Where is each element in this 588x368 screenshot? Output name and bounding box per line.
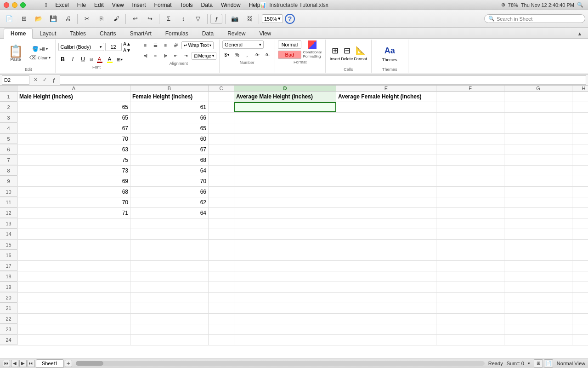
cell-C22[interactable]	[209, 314, 234, 324]
cell-E12[interactable]	[336, 208, 436, 218]
zoom-control[interactable]: 150% ▾	[262, 14, 283, 23]
cell-B17[interactable]	[130, 261, 209, 271]
cell-E10[interactable]	[336, 187, 436, 197]
cell-E24[interactable]	[336, 335, 436, 345]
cell-F19[interactable]	[436, 282, 504, 292]
cell-D20[interactable]	[234, 293, 336, 303]
cell-C11[interactable]	[209, 197, 234, 207]
cell-B6[interactable]: 67	[130, 144, 209, 155]
cell-C7[interactable]	[209, 155, 234, 165]
cell-A5[interactable]: 70	[17, 134, 130, 144]
normal-style-button[interactable]: Normal	[278, 40, 301, 49]
cell-D3[interactable]	[234, 113, 336, 123]
cell-G23[interactable]	[504, 324, 572, 334]
new-button[interactable]: 📄	[3, 12, 16, 25]
menu-file[interactable]: File	[74, 0, 90, 10]
cell-A7[interactable]: 75	[17, 155, 130, 165]
row-number-12[interactable]: 12	[0, 208, 17, 218]
cell-G21[interactable]	[504, 303, 572, 313]
align-top-center-button[interactable]: ☰	[151, 40, 160, 50]
themes-label[interactable]: Themes	[382, 58, 397, 62]
window-controls[interactable]	[4, 2, 26, 8]
ribbon-collapse-button[interactable]: ▲	[575, 29, 584, 38]
cell-G6[interactable]	[504, 144, 572, 155]
cell-A23[interactable]	[17, 324, 130, 334]
cell-A15[interactable]	[17, 240, 130, 250]
col-header-D[interactable]: D	[234, 86, 336, 92]
row-number-21[interactable]: 21	[0, 303, 17, 313]
undo-button[interactable]: ↩	[129, 12, 141, 25]
delete-cells-button[interactable]: Delete	[341, 57, 353, 61]
cell-A20[interactable]	[17, 293, 130, 303]
cell-A9[interactable]: 69	[17, 176, 130, 186]
cell-D4[interactable]	[234, 123, 336, 133]
filter-button[interactable]: ▽	[192, 12, 204, 25]
cell-C13[interactable]	[209, 218, 234, 229]
font-name-dropdown-icon[interactable]: ▾	[100, 45, 102, 49]
cell-E9[interactable]	[336, 176, 436, 186]
menu-tools[interactable]: Tools	[176, 0, 197, 10]
cell-B4[interactable]: 65	[130, 123, 209, 133]
cell-H9[interactable]	[572, 176, 588, 186]
tab-view[interactable]: View	[252, 29, 278, 38]
increase-indent-button[interactable]: ⇥	[181, 51, 191, 60]
menu-format[interactable]: Format	[151, 0, 175, 10]
cell-G2[interactable]	[504, 102, 572, 112]
cell-reference-box[interactable]: D2	[2, 75, 29, 85]
align-right-button[interactable]: ⫸	[161, 51, 170, 60]
row-number-11[interactable]: 11	[0, 197, 17, 207]
cell-G17[interactable]	[504, 261, 572, 271]
cell-D17[interactable]	[234, 261, 336, 271]
number-format-selector[interactable]: General ▾	[222, 40, 264, 49]
cell-A19[interactable]	[17, 282, 130, 292]
cancel-formula-button[interactable]: ✕	[31, 76, 40, 84]
cell-F22[interactable]	[436, 314, 504, 324]
cell-H5[interactable]	[572, 134, 588, 144]
sheet-tab-1[interactable]: Sheet1	[36, 359, 64, 368]
cell-C3[interactable]	[209, 113, 234, 123]
cell-H14[interactable]	[572, 229, 588, 239]
row-number-22[interactable]: 22	[0, 314, 17, 324]
cell-H21[interactable]	[572, 303, 588, 313]
cell-B24[interactable]	[130, 335, 209, 345]
clear-button[interactable]: ⌫ Clear ▾	[28, 54, 52, 62]
cell-A16[interactable]	[17, 250, 130, 260]
decrease-indent-button[interactable]: ⇤	[171, 51, 181, 60]
print-button[interactable]: 🖨	[62, 12, 74, 25]
cell-E1[interactable]: Average Female Height (Inches)	[336, 92, 436, 102]
border-button[interactable]: ⊟	[89, 57, 94, 62]
increase-decimal-button[interactable]: .0↑	[253, 50, 262, 59]
cell-A1[interactable]: Male Height (Inches)	[17, 92, 130, 102]
align-left-button[interactable]: ⫷	[141, 51, 150, 60]
cell-C16[interactable]	[209, 250, 234, 260]
cell-E20[interactable]	[336, 293, 436, 303]
cell-F15[interactable]	[436, 240, 504, 250]
cell-H8[interactable]	[572, 166, 588, 176]
cell-B22[interactable]	[130, 314, 209, 324]
row-number-15[interactable]: 15	[0, 240, 17, 250]
row-number-4[interactable]: 4	[0, 123, 17, 133]
cell-F23[interactable]	[436, 324, 504, 334]
chain-button[interactable]: ⛓	[243, 12, 256, 25]
cell-A4[interactable]: 67	[17, 123, 130, 133]
cell-D7[interactable]	[234, 155, 336, 165]
cell-D10[interactable]	[234, 187, 336, 197]
cell-B5[interactable]: 60	[130, 134, 209, 144]
row-number-5[interactable]: 5	[0, 134, 17, 144]
bold-button[interactable]: B	[58, 55, 68, 64]
cell-F12[interactable]	[436, 208, 504, 218]
cell-D9[interactable]	[234, 176, 336, 186]
format-cells-button[interactable]: Format	[354, 57, 367, 61]
cell-E4[interactable]	[336, 123, 436, 133]
cell-E6[interactable]	[336, 144, 436, 155]
cell-C18[interactable]	[209, 271, 234, 282]
bad-style-button[interactable]: Bad	[278, 51, 301, 59]
cell-E11[interactable]	[336, 197, 436, 207]
format-painter[interactable]: 🖌	[110, 12, 123, 25]
cell-H18[interactable]	[572, 271, 588, 282]
cell-B10[interactable]: 66	[130, 187, 209, 197]
row-number-3[interactable]: 3	[0, 113, 17, 123]
col-header-H[interactable]: H	[572, 86, 588, 92]
col-header-A[interactable]: A	[17, 86, 130, 92]
cell-G7[interactable]	[504, 155, 572, 165]
